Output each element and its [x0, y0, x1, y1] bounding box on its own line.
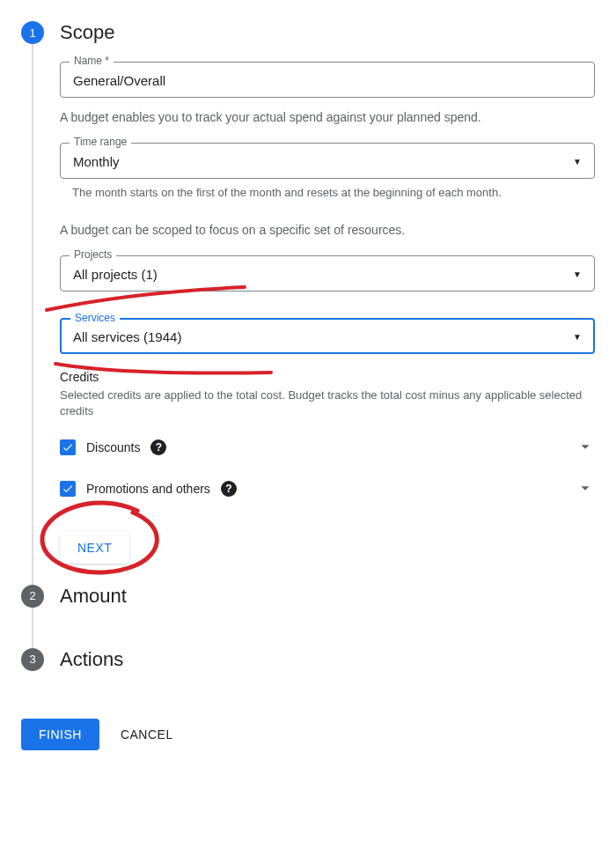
- discounts-label: Discounts: [86, 440, 140, 454]
- check-icon: [62, 441, 74, 454]
- services-label: Services: [70, 312, 120, 324]
- name-field-container[interactable]: Name *: [60, 62, 595, 98]
- chevron-down-icon: ▼: [573, 157, 582, 166]
- promotions-label: Promotions and others: [86, 482, 210, 496]
- time-range-helper: The month starts on the first of the mon…: [72, 184, 595, 202]
- credits-row-promotions: Promotions and others ?: [60, 473, 595, 505]
- budget-description: A budget enables you to track your actua…: [60, 108, 595, 127]
- services-select[interactable]: Services All services (1944) ▼: [60, 318, 595, 354]
- projects-select[interactable]: Projects All projects (1) ▼: [60, 255, 595, 291]
- step-actions[interactable]: 3 Actions: [21, 648, 595, 712]
- chevron-down-icon[interactable]: [576, 478, 595, 500]
- help-icon[interactable]: ?: [150, 439, 166, 455]
- credits-row-discounts: Discounts ?: [60, 432, 595, 464]
- discounts-checkbox[interactable]: [60, 439, 76, 455]
- step-scope-title: Scope: [60, 21, 114, 44]
- chevron-down-icon[interactable]: [576, 437, 595, 459]
- cancel-button[interactable]: CANCEL: [121, 727, 173, 742]
- chevron-down-icon: ▼: [573, 269, 582, 279]
- step-actions-title: Actions: [60, 648, 123, 671]
- projects-value: All projects (1): [73, 267, 573, 282]
- projects-label: Projects: [70, 248, 116, 261]
- step-amount[interactable]: 2 Amount: [21, 585, 595, 648]
- name-field-label: Name *: [70, 55, 114, 67]
- step-amount-number: 2: [21, 585, 44, 608]
- step-actions-number: 3: [21, 648, 44, 671]
- credits-heading: Credits: [60, 370, 595, 384]
- time-range-label: Time range: [70, 136, 131, 148]
- stepper-connector: [32, 608, 33, 652]
- stepper-connector: [32, 44, 33, 592]
- time-range-value: Monthly: [73, 154, 573, 169]
- name-input[interactable]: [73, 73, 582, 88]
- check-icon: [62, 483, 74, 495]
- services-value: All services (1944): [73, 329, 573, 344]
- finish-button[interactable]: FINISH: [21, 719, 99, 750]
- promotions-checkbox[interactable]: [60, 481, 76, 497]
- chevron-down-icon: ▼: [573, 332, 582, 342]
- help-icon[interactable]: ?: [221, 481, 237, 497]
- step-amount-title: Amount: [60, 585, 127, 608]
- step-scope-number: 1: [21, 21, 44, 44]
- time-range-select[interactable]: Time range Monthly ▼: [60, 143, 595, 179]
- credits-subtext: Selected credits are applied to the tota…: [60, 387, 595, 419]
- scope-description: A budget can be scoped to focus on a spe…: [60, 221, 595, 240]
- next-button[interactable]: NEXT: [60, 532, 129, 564]
- step-scope: 1 Scope Name * A budget enables you to t…: [21, 21, 595, 585]
- bottom-action-bar: FINISH CANCEL: [21, 719, 595, 750]
